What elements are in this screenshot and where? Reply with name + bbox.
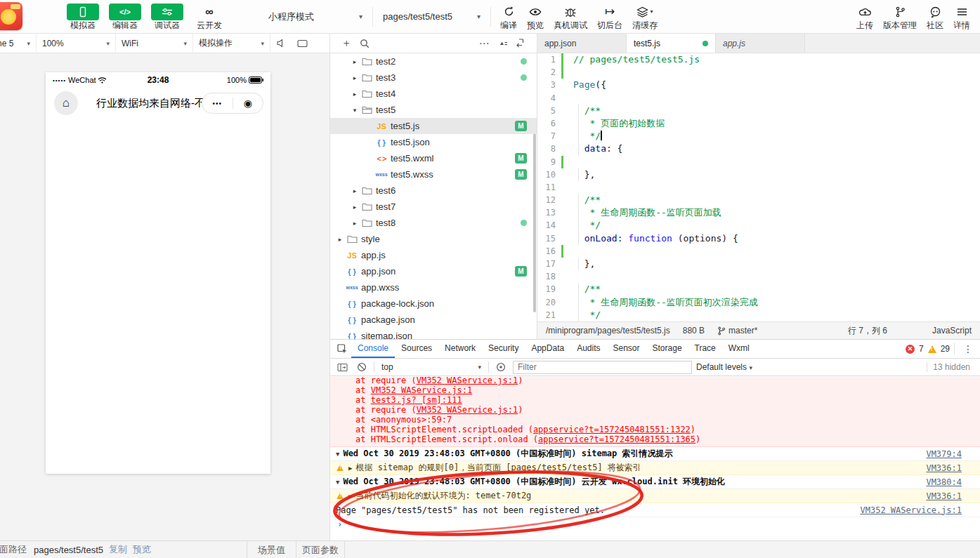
more-icon[interactable]: ⋯ (475, 34, 493, 53)
tree-item-test7[interactable]: ▸test7 (330, 199, 537, 215)
tree-item-app.wxss[interactable]: wxssapp.wxss (330, 279, 537, 295)
code-line-6[interactable]: 6 * 页面的初始数据 (537, 117, 980, 130)
chevron-expanded-icon[interactable]: ▾ (351, 107, 359, 114)
cloud-dev-button[interactable]: ∞ 云开发 (193, 1, 226, 33)
code-line-16[interactable]: 16 (537, 245, 980, 258)
clear-console-icon[interactable] (354, 359, 370, 375)
console-tab-sources[interactable]: Sources (395, 340, 438, 358)
cursor-position-label[interactable]: 行 7，列 6 (848, 325, 887, 337)
drawer-icon[interactable] (334, 359, 350, 375)
console-menu-icon[interactable]: ⋮ (959, 343, 977, 354)
mode-select[interactable]: 小程序模式 ▾ (263, 6, 368, 27)
chevron-collapsed-icon[interactable]: ▸ (351, 58, 359, 65)
source-link[interactable]: test3.js? [sm]:111 (371, 395, 462, 405)
sound-icon[interactable] (270, 34, 292, 53)
tree-item-test5.js[interactable]: JStest5.jsM (330, 118, 537, 134)
float-window-icon[interactable] (292, 34, 313, 53)
community-button[interactable]: 社区 (927, 1, 943, 33)
inspect-element-icon[interactable] (333, 340, 351, 358)
code-line-2[interactable]: 2 (537, 66, 980, 79)
copy-path-link[interactable]: 复制 (109, 543, 127, 556)
phone-screen[interactable]: ••••• WeChat 23:48 100% ⌂ 行业数据均来自网络-不发表 … (46, 72, 270, 474)
console-tab-security[interactable]: Security (482, 340, 525, 358)
upload-button[interactable]: 上传 (856, 1, 873, 33)
tree-item-test4[interactable]: ▸test4 (330, 86, 537, 102)
source-link[interactable]: VM352 WAService.js:1 (852, 505, 962, 515)
code-line-4[interactable]: 4 (537, 92, 980, 105)
home-icon[interactable]: ⌂ (54, 91, 78, 115)
source-link[interactable]: VM379:4 (917, 449, 962, 459)
source-link[interactable]: VM336:1 (917, 463, 962, 473)
code-line-19[interactable]: 19 /** (537, 283, 980, 295)
console-tab-audits[interactable]: Audits (570, 340, 606, 358)
code-line-1[interactable]: 1// pages/test5/test5.js (537, 53, 980, 66)
console-tab-wxml[interactable]: Wxml (722, 340, 756, 358)
chevron-collapsed-icon[interactable]: ▸ (336, 236, 344, 243)
code-line-20[interactable]: 20 * 生命周期函数--监听页面初次渲染完成 (537, 296, 980, 309)
editor-button[interactable]: </> 编辑器 (109, 1, 141, 33)
tree-item-package-lock.json[interactable]: { }package-lock.json (330, 295, 537, 312)
source-link[interactable]: VM352 WAService.js:1 (417, 405, 518, 415)
chevron-collapsed-icon[interactable]: ▸ (351, 187, 359, 194)
console-prompt[interactable]: › (330, 517, 980, 531)
tree-item-test6[interactable]: ▸test6 (330, 182, 537, 199)
code-line-18[interactable]: 18 (537, 270, 980, 283)
tree-item-sitemap.json[interactable]: { }sitemap.json (330, 328, 537, 339)
collapse-all-icon[interactable] (511, 34, 530, 53)
code-line-17[interactable]: 17 }, (537, 258, 980, 270)
capsule-exit-icon[interactable]: ◉ (233, 98, 263, 109)
language-label[interactable]: JavaScript (932, 325, 972, 337)
preview-path-link[interactable]: 预览 (133, 543, 151, 556)
device-select[interactable]: iPhone 5▾ (0, 34, 37, 53)
code-line-10[interactable]: 10 }, (537, 168, 980, 181)
chevron-collapsed-icon[interactable]: ▸ (351, 220, 359, 227)
details-button[interactable]: 详情 (953, 1, 970, 33)
source-link[interactable]: VM380:4 (917, 477, 962, 487)
chevron-collapsed-icon[interactable]: ▸ (351, 204, 359, 211)
version-control-button[interactable]: 版本管理 (883, 1, 917, 33)
tree-item-style[interactable]: ▸style (330, 231, 537, 247)
console-output[interactable]: at require (VM352 WAService.js:1)at VM35… (330, 377, 980, 541)
code-line-14[interactable]: 14 */ (537, 219, 980, 232)
debugger-button[interactable]: 调试器 (151, 1, 183, 33)
filter-target-icon[interactable] (493, 359, 509, 375)
tree-item-test2[interactable]: ▸test2 (330, 53, 537, 69)
code-area[interactable]: 1// pages/test5/test5.js23Page({45 /**6 … (537, 53, 980, 321)
code-line-3[interactable]: 3Page({ (537, 79, 980, 91)
zoom-select[interactable]: 100%▾ (37, 34, 116, 53)
code-line-5[interactable]: 5 /** (537, 105, 980, 117)
log-levels-select[interactable]: Default levels ▾ (696, 362, 752, 372)
source-link[interactable]: appservice?t=1572450481551:1322 (533, 425, 691, 434)
git-branch-indicator[interactable]: master* (717, 326, 757, 336)
source-link[interactable]: VM352 WAService.js:1 (371, 385, 473, 395)
editor-tab-app.json[interactable]: app.json (537, 34, 627, 53)
filter-input[interactable] (513, 361, 692, 374)
console-tab-storage[interactable]: Storage (646, 340, 688, 358)
chevron-collapsed-icon[interactable]: ▸ (351, 91, 359, 98)
tree-item-test3[interactable]: ▸test3 (330, 69, 537, 86)
console-tab-appdata[interactable]: AppData (525, 340, 570, 358)
clear-cache-button[interactable]: ▾ 清缓存 (632, 1, 658, 33)
add-file-icon[interactable]: ＋ (337, 34, 355, 53)
group-expander-icon[interactable]: ▼ (336, 479, 339, 486)
page-path-select[interactable]: pages/test5/test5 ▾ (377, 6, 486, 27)
message-expander-icon[interactable]: ▶ (348, 493, 352, 500)
code-line-21[interactable]: 21 */ (537, 309, 980, 321)
switch-background-button[interactable]: ↦ 切后台 (597, 1, 622, 33)
code-line-12[interactable]: 12 /** (537, 194, 980, 206)
tree-item-test5.wxss[interactable]: wxsstest5.wxssM (330, 166, 537, 182)
source-link[interactable]: appservice?t=1572450481551:1365 (538, 434, 695, 444)
tree-item-package.json[interactable]: { }package.json (330, 312, 537, 328)
context-select[interactable]: top▾ (379, 362, 484, 372)
message-expander-icon[interactable]: ▶ (348, 465, 352, 472)
error-count[interactable]: 7 (919, 344, 924, 354)
editor-tab-app.js[interactable]: app.js (716, 34, 805, 53)
console-tab-trace[interactable]: Trace (688, 340, 722, 358)
code-line-7[interactable]: 7 */ (537, 130, 980, 142)
page-params-button[interactable]: 页面参数 (296, 541, 345, 558)
console-tab-network[interactable]: Network (438, 340, 482, 358)
code-line-15[interactable]: 15 onLoad: function (options) { (537, 232, 980, 245)
tree-item-app.json[interactable]: { }app.jsonM (330, 263, 537, 279)
code-line-8[interactable]: 8 data: { (537, 142, 980, 155)
network-select[interactable]: WiFi▾ (116, 34, 193, 53)
